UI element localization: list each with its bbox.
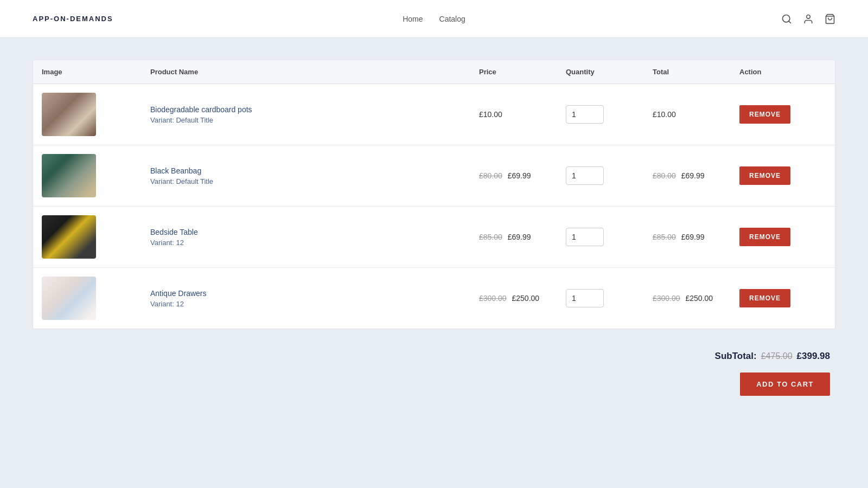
main-nav: Home Catalog	[403, 15, 465, 23]
action-cell-3: REMOVE	[739, 228, 826, 246]
total-original-4: £300.00	[653, 294, 680, 303]
total-sale-2: £69.99	[681, 171, 705, 180]
total-sale-1: £10.00	[653, 110, 676, 119]
product-title-2: Black Beanbag	[150, 166, 468, 175]
total-cell-3: £85.00 £69.99	[653, 233, 739, 241]
total-cell-4: £300.00 £250.00	[653, 294, 739, 303]
price-sale-1: £10.00	[479, 110, 502, 119]
product-image-cell-4	[42, 277, 150, 320]
product-variant-1: Variant: Default Title	[150, 116, 468, 124]
remove-button-2[interactable]: REMOVE	[739, 166, 790, 185]
subtotal-row: SubTotal: £475.00 £399.98	[715, 351, 830, 362]
product-image-4	[42, 277, 96, 320]
product-name-cell-4: Antique Drawers Variant: 12	[150, 289, 479, 308]
product-variant-3: Variant: 12	[150, 239, 468, 247]
price-sale-3: £69.99	[508, 233, 531, 241]
logo: APP-ON-DEMANDS	[33, 15, 113, 23]
quantity-cell-3	[566, 228, 653, 246]
header-icons	[781, 14, 835, 24]
subtotal-original: £475.00	[761, 351, 793, 361]
product-image-cell-1	[42, 93, 150, 136]
remove-button-3[interactable]: REMOVE	[739, 228, 790, 246]
product-title-3: Bedside Table	[150, 228, 468, 236]
header: APP-ON-DEMANDS Home Catalog	[0, 0, 868, 38]
product-name-cell-1: Biodegradable cardboard pots Variant: De…	[150, 105, 479, 124]
cart-icon[interactable]	[825, 14, 835, 24]
table-row: Biodegradable cardboard pots Variant: De…	[33, 84, 835, 145]
search-icon[interactable]	[781, 14, 792, 24]
price-original-3: £85.00	[479, 233, 502, 241]
product-variant-4: Variant: 12	[150, 300, 468, 308]
subtotal-sale: £399.98	[797, 351, 830, 362]
total-sale-3: £69.99	[681, 233, 705, 241]
product-image-cell-2	[42, 154, 150, 197]
quantity-input-1[interactable]	[566, 105, 604, 124]
table-row: Antique Drawers Variant: 12 £300.00 £250…	[33, 268, 835, 329]
total-cell-1: £10.00	[653, 110, 739, 119]
total-cell-2: £80.00 £69.99	[653, 171, 739, 180]
table-row: Bedside Table Variant: 12 £85.00 £69.99 …	[33, 207, 835, 268]
col-image: Image	[42, 68, 150, 76]
subtotal-label: SubTotal:	[715, 351, 757, 362]
product-name-cell-3: Bedside Table Variant: 12	[150, 228, 479, 247]
nav-catalog[interactable]: Catalog	[439, 15, 465, 23]
product-image-1	[42, 93, 96, 136]
price-original-4: £300.00	[479, 294, 507, 303]
quantity-input-2[interactable]	[566, 166, 604, 185]
quantity-cell-1	[566, 105, 653, 124]
table-row: Black Beanbag Variant: Default Title £80…	[33, 145, 835, 207]
product-image-cell-3	[42, 215, 150, 259]
table-header: Image Product Name Price Quantity Total …	[33, 60, 835, 84]
cart-footer: SubTotal: £475.00 £399.98 ADD TO CART	[33, 351, 835, 396]
col-quantity: Quantity	[566, 68, 653, 76]
total-original-2: £80.00	[653, 171, 676, 180]
nav-home[interactable]: Home	[403, 15, 423, 23]
main-content: Image Product Name Price Quantity Total …	[0, 38, 868, 428]
product-title-4: Antique Drawers	[150, 289, 468, 298]
product-name-cell-2: Black Beanbag Variant: Default Title	[150, 166, 479, 185]
price-sale-4: £250.00	[512, 294, 540, 303]
add-to-cart-button[interactable]: ADD TO CART	[740, 373, 830, 396]
product-image-3	[42, 215, 96, 259]
action-cell-2: REMOVE	[739, 166, 826, 185]
total-original-3: £85.00	[653, 233, 676, 241]
product-title-1: Biodegradable cardboard pots	[150, 105, 468, 114]
price-cell-1: £10.00	[479, 110, 566, 119]
remove-button-1[interactable]: REMOVE	[739, 105, 790, 124]
col-product-name: Product Name	[150, 68, 479, 76]
price-cell-3: £85.00 £69.99	[479, 233, 566, 241]
price-cell-4: £300.00 £250.00	[479, 294, 566, 303]
price-original-2: £80.00	[479, 171, 502, 180]
total-sale-4: £250.00	[686, 294, 713, 303]
action-cell-4: REMOVE	[739, 289, 826, 307]
svg-point-2	[807, 15, 810, 18]
action-cell-1: REMOVE	[739, 105, 826, 124]
product-variant-2: Variant: Default Title	[150, 177, 468, 185]
price-cell-2: £80.00 £69.99	[479, 171, 566, 180]
quantity-cell-4	[566, 289, 653, 307]
cart-table: Image Product Name Price Quantity Total …	[33, 60, 835, 329]
login-icon[interactable]	[803, 14, 814, 24]
col-price: Price	[479, 68, 566, 76]
quantity-cell-2	[566, 166, 653, 185]
col-total: Total	[653, 68, 739, 76]
remove-button-4[interactable]: REMOVE	[739, 289, 790, 307]
quantity-input-3[interactable]	[566, 228, 604, 246]
svg-line-1	[789, 21, 791, 23]
product-image-2	[42, 154, 96, 197]
quantity-input-4[interactable]	[566, 289, 604, 307]
price-sale-2: £69.99	[508, 171, 531, 180]
col-action: Action	[739, 68, 826, 76]
